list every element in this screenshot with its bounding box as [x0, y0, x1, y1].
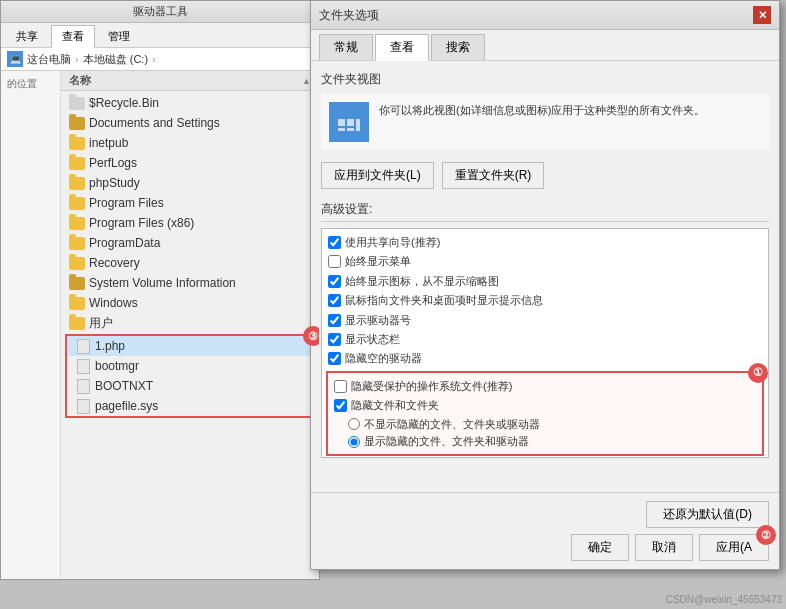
- checkbox-shared-wizard[interactable]: [328, 236, 341, 249]
- list-item[interactable]: Documents and Settings: [61, 113, 319, 133]
- ok-button[interactable]: 确定: [571, 534, 629, 561]
- cancel-button[interactable]: 取消: [635, 534, 693, 561]
- tab-view[interactable]: 查看: [375, 34, 429, 61]
- tab-general[interactable]: 常规: [319, 34, 373, 60]
- list-item[interactable]: Program Files: [61, 193, 319, 213]
- adv-item-hide-files: 隐藏文件和文件夹: [332, 396, 758, 415]
- selected-files-section: ③ 1.php bootmgr BOOTNXT: [65, 334, 315, 418]
- list-item[interactable]: System Volume Information: [61, 273, 319, 293]
- list-item[interactable]: phpStudy: [61, 173, 319, 193]
- apply-button[interactable]: 应用(A ②: [699, 534, 769, 561]
- checkbox-always-icons[interactable]: [328, 275, 341, 288]
- checkbox-hide-protected[interactable]: [334, 380, 347, 393]
- explorer-window: 驱动器工具 共享 查看 管理 💻 这台电脑 › 本地磁盘 (C:) › 的位置: [0, 0, 320, 580]
- folder-icon: [69, 255, 85, 271]
- tab-manage[interactable]: 管理: [97, 25, 141, 47]
- adv-item-3: 鼠标指向文件夹和桌面项时显示提示信息: [326, 291, 764, 310]
- bootnxt-icon: [75, 378, 91, 394]
- list-item[interactable]: ProgramData: [61, 233, 319, 253]
- svg-rect-2: [338, 119, 345, 126]
- folder-view-title: 文件夹视图: [321, 71, 769, 88]
- dialog-body: 文件夹视图 你可以将此视图(如详细信息或图标)应用于这种类型的所有文件夹。 应用…: [311, 61, 779, 492]
- folder-icon: [69, 95, 85, 111]
- red-border-section: ① 隐藏受保护的操作系统文件(推荐) 隐藏文件和文件夹 不显示隐藏的文件、文件夹…: [326, 371, 764, 457]
- dialog-tabs: 常规 查看 搜索: [311, 30, 779, 61]
- address-separator: ›: [75, 53, 79, 65]
- list-item[interactable]: inetpub: [61, 133, 319, 153]
- computer-icon: 💻: [7, 51, 23, 67]
- badge-2: ②: [756, 525, 776, 545]
- list-item[interactable]: Program Files (x86): [61, 213, 319, 233]
- pagefile-icon: [75, 398, 91, 414]
- folder-lock-icon: [69, 115, 85, 131]
- radio-no-show[interactable]: [348, 418, 360, 430]
- file-list-header: 名称 ▲: [61, 71, 319, 91]
- left-pane: 的位置: [1, 71, 61, 579]
- folder-view-preview: 你可以将此视图(如详细信息或图标)应用于这种类型的所有文件夹。: [321, 94, 769, 150]
- reset-folder-button[interactable]: 重置文件夹(R): [442, 162, 545, 189]
- address-part-1: 这台电脑: [27, 52, 71, 67]
- svg-rect-5: [347, 128, 354, 131]
- advanced-settings-title: 高级设置:: [321, 201, 769, 222]
- badge-1: ①: [748, 363, 768, 383]
- watermark: CSDN@weixin_45653473: [666, 594, 782, 605]
- list-item[interactable]: Recovery: [61, 253, 319, 273]
- folder-preview-icon: [329, 102, 369, 142]
- dialog-footer: 还原为默认值(D) 确定 取消 应用(A ②: [311, 492, 779, 569]
- list-item[interactable]: Windows: [61, 293, 319, 313]
- checkbox-hide-files[interactable]: [334, 399, 347, 412]
- adv-item-6: 隐藏空的驱动器: [326, 349, 764, 368]
- list-item[interactable]: pagefile.sys: [67, 396, 313, 416]
- left-pane-location: 的位置: [3, 75, 58, 93]
- adv-item-1: 始终显示菜单: [326, 252, 764, 271]
- checkbox-hide-empty-drives[interactable]: [328, 352, 341, 365]
- radio-show-hidden: 显示隐藏的文件、文件夹和驱动器: [348, 433, 758, 450]
- checkbox-status-bar[interactable]: [328, 333, 341, 346]
- file-panel: 名称 ▲ $Recycle.Bin Documents and Settings…: [61, 71, 319, 579]
- checkbox-show-drive[interactable]: [328, 314, 341, 327]
- radio-hide-hidden: 不显示隐藏的文件、文件夹或驱动器: [348, 416, 758, 433]
- adv-item-4: 显示驱动器号: [326, 311, 764, 330]
- tab-share[interactable]: 共享: [5, 25, 49, 47]
- dialog-title: 文件夹选项: [319, 7, 379, 24]
- restore-default-button[interactable]: 还原为默认值(D): [646, 501, 769, 528]
- address-end-separator: ›: [152, 53, 156, 65]
- svg-rect-4: [338, 128, 345, 131]
- radio-show[interactable]: [348, 436, 360, 448]
- footer-buttons: 确定 取消 应用(A ②: [321, 534, 769, 561]
- file-list[interactable]: $Recycle.Bin Documents and Settings inet…: [61, 91, 319, 579]
- badge-3: ③: [303, 326, 319, 346]
- list-item[interactable]: BOOTNXT: [67, 376, 313, 396]
- tab-search[interactable]: 搜索: [431, 34, 485, 60]
- list-item[interactable]: 用户: [61, 313, 319, 334]
- ribbon-tabs: 共享 查看 管理: [1, 23, 319, 47]
- adv-item-0: 使用共享向导(推荐): [326, 233, 764, 252]
- adv-item-5: 显示状态栏: [326, 330, 764, 349]
- apply-to-folder-button[interactable]: 应用到文件夹(L): [321, 162, 434, 189]
- list-item[interactable]: $Recycle.Bin: [61, 93, 319, 113]
- ribbon-title: 驱动器工具: [1, 1, 319, 23]
- folder-icon: [69, 235, 85, 251]
- list-item[interactable]: 1.php: [67, 336, 313, 356]
- list-item[interactable]: bootmgr: [67, 356, 313, 376]
- explorer-ribbon: 驱动器工具 共享 查看 管理: [1, 1, 319, 48]
- advanced-settings-list[interactable]: 使用共享向导(推荐) 始终显示菜单 始终显示图标，从不显示缩略图 鼠标指向文件夹…: [321, 228, 769, 458]
- apply-buttons: 应用到文件夹(L) 重置文件夹(R): [321, 162, 769, 189]
- list-item[interactable]: PerfLogs: [61, 153, 319, 173]
- folder-icon: [69, 215, 85, 231]
- folder-icon: [69, 195, 85, 211]
- dialog-window: 文件夹选项 ✕ 常规 查看 搜索 文件夹视图: [310, 0, 780, 570]
- folder-icon: [69, 175, 85, 191]
- folder-icon: [69, 316, 85, 332]
- folder-icon: [69, 135, 85, 151]
- close-button[interactable]: ✕: [753, 6, 771, 24]
- checkbox-mouse-tip[interactable]: [328, 294, 341, 307]
- tab-view[interactable]: 查看: [51, 25, 95, 48]
- php-file-icon: [75, 338, 91, 354]
- adv-item-protect: 隐藏受保护的操作系统文件(推荐): [332, 377, 758, 396]
- dialog-title-bar: 文件夹选项 ✕: [311, 1, 779, 30]
- radio-group: 不显示隐藏的文件、文件夹或驱动器 显示隐藏的文件、文件夹和驱动器: [348, 416, 758, 451]
- adv-item-2: 始终显示图标，从不显示缩略图: [326, 272, 764, 291]
- svg-rect-3: [347, 119, 354, 126]
- checkbox-always-menu[interactable]: [328, 255, 341, 268]
